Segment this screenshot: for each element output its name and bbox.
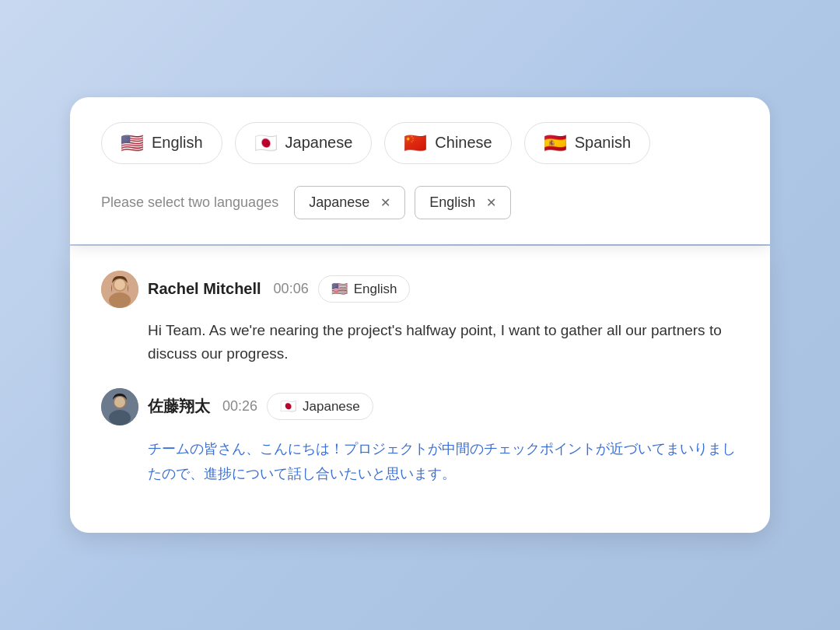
- selected-english-label: English: [429, 194, 475, 211]
- sato-lang-badge: 🇯🇵 Japanese: [267, 393, 373, 420]
- selected-tag-japanese: Japanese ✕: [294, 186, 405, 219]
- svg-point-7: [114, 397, 125, 408]
- remove-japanese-button[interactable]: ✕: [380, 195, 390, 210]
- language-btn-chinese[interactable]: 🇨🇳 Chinese: [384, 122, 511, 164]
- rachel-lang-flag-icon: 🇺🇸: [331, 281, 348, 297]
- svg-point-3: [114, 279, 125, 290]
- message-block-sato: 佐藤翔太 00:26 🇯🇵 Japanese チームの皆さん、こんにちは！プロジ…: [101, 388, 739, 487]
- rachel-message-header: Rachel Mitchell 00:06 🇺🇸 English: [101, 271, 739, 308]
- svg-point-2: [109, 292, 131, 308]
- selected-tags: Japanese ✕ English ✕: [294, 186, 511, 219]
- sato-name: 佐藤翔太: [148, 396, 210, 417]
- sato-timestamp: 00:26: [222, 398, 257, 415]
- chinese-label: Chinese: [435, 134, 492, 152]
- rachel-lang-badge: 🇺🇸 English: [318, 275, 411, 303]
- sato-avatar: [101, 388, 138, 425]
- language-btn-spanish[interactable]: 🇪🇸 Spanish: [524, 122, 650, 164]
- language-selector-card: 🇺🇸 English 🇯🇵 Japanese 🇨🇳 Chinese 🇪🇸 Spa…: [70, 97, 770, 244]
- selected-tag-english: English ✕: [415, 186, 511, 219]
- sato-message-header: 佐藤翔太 00:26 🇯🇵 Japanese: [101, 388, 739, 425]
- language-buttons-row: 🇺🇸 English 🇯🇵 Japanese 🇨🇳 Chinese 🇪🇸 Spa…: [101, 122, 739, 164]
- language-btn-english[interactable]: 🇺🇸 English: [101, 122, 222, 164]
- english-flag-icon: 🇺🇸: [121, 134, 144, 152]
- chat-card: Rachel Mitchell 00:06 🇺🇸 English Hi Team…: [70, 246, 770, 534]
- rachel-timestamp: 00:06: [274, 281, 309, 297]
- japanese-label: Japanese: [285, 134, 353, 152]
- japanese-flag-icon: 🇯🇵: [254, 134, 278, 152]
- rachel-name: Rachel Mitchell: [148, 280, 261, 298]
- selected-japanese-label: Japanese: [309, 194, 369, 211]
- svg-point-6: [109, 410, 131, 425]
- language-select-row: Please select two languages Japanese ✕ E…: [101, 186, 739, 219]
- remove-english-button[interactable]: ✕: [486, 195, 496, 210]
- message-block-rachel: Rachel Mitchell 00:06 🇺🇸 English Hi Team…: [101, 271, 739, 366]
- chinese-flag-icon: 🇨🇳: [404, 134, 427, 152]
- sato-message-text: チームの皆さん、こんにちは！プロジェクトが中間のチェックポイントが近づいてまいり…: [101, 436, 739, 487]
- spanish-label: Spanish: [575, 134, 631, 152]
- main-container: 🇺🇸 English 🇯🇵 Japanese 🇨🇳 Chinese 🇪🇸 Spa…: [70, 97, 770, 534]
- select-prompt: Please select two languages: [101, 194, 278, 211]
- rachel-avatar: [101, 271, 138, 308]
- rachel-lang-label: English: [354, 282, 397, 297]
- english-label: English: [152, 134, 203, 152]
- spanish-flag-icon: 🇪🇸: [544, 134, 567, 152]
- sato-lang-flag-icon: 🇯🇵: [280, 398, 296, 415]
- language-btn-japanese[interactable]: 🇯🇵 Japanese: [235, 122, 373, 164]
- rachel-message-text: Hi Team. As we're nearing the project's …: [101, 319, 739, 366]
- sato-lang-label: Japanese: [303, 399, 360, 415]
